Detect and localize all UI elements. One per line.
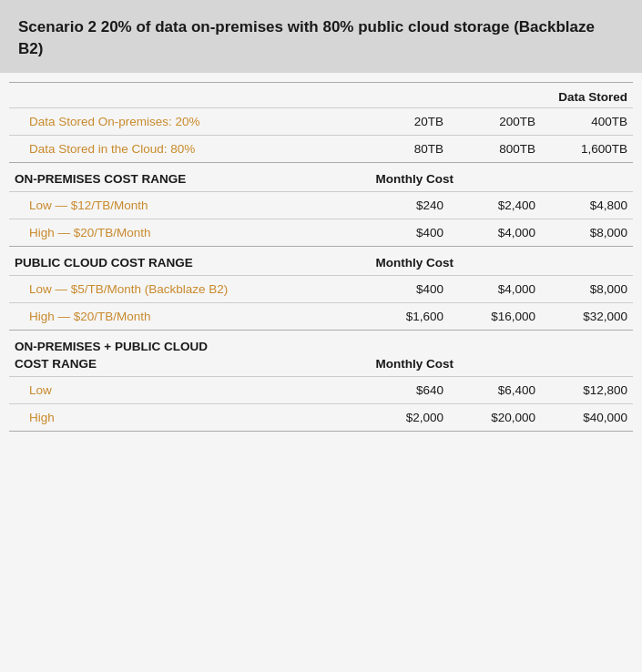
cloud-high-row: High — $20/TB/Month $1,600 $16,000 $32,0… — [9, 302, 633, 330]
data-stored-header: Data Stored — [371, 82, 633, 107]
on-prem-high-v1: $400 — [371, 219, 450, 246]
on-prem-low-v1: $240 — [371, 191, 450, 219]
on-prem-high-label: High — $20/TB/Month — [9, 219, 371, 246]
cloud-v2: 800TB — [449, 135, 541, 162]
combined-low-v1: $640 — [371, 376, 450, 403]
cloud-low-v3: $8,000 — [541, 275, 633, 302]
page: Scenario 2 20% of data on-premises with … — [0, 0, 642, 672]
cloud-high-label: High — $20/TB/Month — [9, 302, 371, 330]
combined-cost-label-line1: ON-PREMISES + PUBLIC CLOUD — [9, 330, 371, 355]
public-cloud-cost-header-row: PUBLIC CLOUD COST RANGE Monthly Cost — [9, 246, 633, 275]
combined-low-v2: $6,400 — [449, 376, 541, 403]
on-prem-high-v3: $8,000 — [541, 219, 633, 246]
combined-low-row: Low $640 $6,400 $12,800 — [9, 376, 633, 403]
public-cloud-monthly-cost: Monthly Cost — [371, 246, 633, 275]
combined-cost-header-row-2: COST RANGE Monthly Cost — [9, 355, 633, 377]
on-premises-v1: 20TB — [371, 107, 450, 135]
combined-low-v3: $12,800 — [541, 376, 633, 403]
on-premises-cost-label: ON-PREMISES COST RANGE — [9, 162, 371, 191]
cost-table: Data Stored Data Stored On-premises: 20%… — [9, 82, 633, 432]
combined-cost-empty — [371, 330, 633, 355]
cloud-low-v1: $400 — [371, 275, 450, 302]
combined-high-label: High — [9, 403, 371, 431]
combined-high-row: High $2,000 $20,000 $40,000 — [9, 403, 633, 431]
combined-high-v1: $2,000 — [371, 403, 450, 431]
data-stored-header-row: Data Stored — [9, 82, 633, 107]
cloud-v3: 1,600TB — [541, 135, 633, 162]
cloud-high-v1: $1,600 — [371, 302, 450, 330]
empty-header-cell — [9, 82, 371, 107]
on-premises-label: Data Stored On-premises: 20% — [9, 107, 371, 135]
on-prem-low-v3: $4,800 — [541, 191, 633, 219]
on-premises-cost-header-row: ON-PREMISES COST RANGE Monthly Cost — [9, 162, 633, 191]
on-premises-v2: 200TB — [449, 107, 541, 135]
combined-high-v3: $40,000 — [541, 403, 633, 431]
on-prem-low-label: Low — $12/TB/Month — [9, 191, 371, 219]
combined-cost-label-line2: COST RANGE — [9, 355, 371, 377]
cloud-high-v3: $32,000 — [541, 302, 633, 330]
cloud-low-row: Low — $5/TB/Month (Backblaze B2) $400 $4… — [9, 275, 633, 302]
on-premises-row: Data Stored On-premises: 20% 20TB 200TB … — [9, 107, 633, 135]
on-prem-low-row: Low — $12/TB/Month $240 $2,400 $4,800 — [9, 191, 633, 219]
cloud-row: Data Stored in the Cloud: 80% 80TB 800TB… — [9, 135, 633, 162]
cloud-low-label: Low — $5/TB/Month (Backblaze B2) — [9, 275, 371, 302]
cloud-v1: 80TB — [371, 135, 450, 162]
combined-low-label: Low — [9, 376, 371, 403]
cloud-high-v2: $16,000 — [449, 302, 541, 330]
combined-cost-header-row-1: ON-PREMISES + PUBLIC CLOUD — [9, 330, 633, 355]
on-premises-v3: 400TB — [541, 107, 633, 135]
on-prem-low-v2: $2,400 — [449, 191, 541, 219]
combined-monthly-cost: Monthly Cost — [371, 355, 633, 377]
on-premises-monthly-cost: Monthly Cost — [371, 162, 633, 191]
on-prem-high-row: High — $20/TB/Month $400 $4,000 $8,000 — [9, 219, 633, 246]
scenario-title: Scenario 2 20% of data on-premises with … — [18, 16, 624, 60]
combined-high-v2: $20,000 — [449, 403, 541, 431]
table-container: Data Stored Data Stored On-premises: 20%… — [0, 82, 642, 450]
scenario-header: Scenario 2 20% of data on-premises with … — [0, 0, 642, 73]
cloud-low-v2: $4,000 — [449, 275, 541, 302]
cloud-label: Data Stored in the Cloud: 80% — [9, 135, 371, 162]
on-prem-high-v2: $4,000 — [449, 219, 541, 246]
public-cloud-cost-label: PUBLIC CLOUD COST RANGE — [9, 246, 371, 275]
